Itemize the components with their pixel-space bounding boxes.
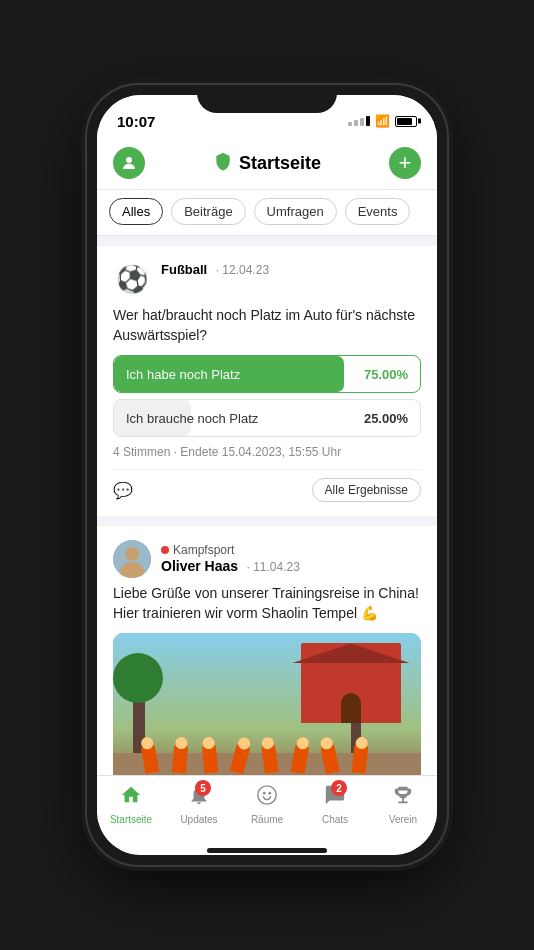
temple-building xyxy=(301,643,401,723)
svg-point-2 xyxy=(125,547,139,561)
author-group-name: Kampfsport xyxy=(173,543,234,557)
header-title-wrap: Startseite xyxy=(213,151,321,176)
home-indicator xyxy=(97,843,437,855)
content-feed: ⚽ Fußball · 12.04.23 Wer hat/braucht noc… xyxy=(97,236,437,775)
filter-tabs: Alles Beiträge Umfragen Events xyxy=(97,190,437,236)
status-icons: 📶 xyxy=(348,114,417,128)
svg-point-6 xyxy=(268,792,271,795)
post-author-row: Kampfsport Oliver Haas · 11.04.23 xyxy=(113,540,421,578)
author-group-row: Kampfsport xyxy=(161,543,421,557)
post-poll: ⚽ Fußball · 12.04.23 Wer hat/braucht noc… xyxy=(97,246,437,516)
nav-startseite-label: Startseite xyxy=(110,814,152,825)
poll-option-2-percent: 25.00% xyxy=(364,411,420,426)
battery-icon xyxy=(395,116,417,127)
nav-updates-label: Updates xyxy=(180,814,217,825)
author-avatar xyxy=(113,540,151,578)
svg-point-4 xyxy=(258,786,276,804)
monk-2 xyxy=(172,745,188,774)
nav-raeume[interactable]: Räume xyxy=(233,776,301,833)
poll-footer: 4 Stimmen · Endete 15.04.2023, 15:55 Uhr xyxy=(113,445,421,459)
post-group: Fußball xyxy=(161,262,207,277)
poll-stats: 4 Stimmen · Endete 15.04.2023, 15:55 Uhr xyxy=(113,445,341,459)
monk-3 xyxy=(202,745,218,774)
temple-scene xyxy=(113,633,421,775)
nav-updates[interactable]: 5 Updates xyxy=(165,776,233,833)
post-text-2: Liebe Grüße von unserer Trainingsreise i… xyxy=(113,584,421,623)
poll-option-1[interactable]: Ich habe noch Platz 75.00% xyxy=(113,355,421,393)
home-icon xyxy=(120,784,142,812)
post-image xyxy=(113,633,421,775)
add-button[interactable]: + xyxy=(389,147,421,179)
post-date: · 12.04.23 xyxy=(216,263,269,277)
comment-icon: 💬 xyxy=(113,481,133,500)
nav-startseite[interactable]: Startseite xyxy=(97,776,165,833)
comment-button[interactable]: 💬 xyxy=(113,478,133,502)
updates-badge: 5 xyxy=(195,780,211,796)
poll-option-2[interactable]: Ich brauche noch Platz 25.00% xyxy=(113,399,421,437)
author-avatar-img xyxy=(113,540,151,578)
author-name-row: Oliver Haas · 11.04.23 xyxy=(161,557,421,575)
post-avatar-soccer: ⚽ xyxy=(113,260,151,298)
svg-point-5 xyxy=(263,792,266,795)
post-training: Kampfsport Oliver Haas · 11.04.23 Liebe … xyxy=(97,526,437,775)
shield-icon xyxy=(213,151,233,176)
trophy-icon xyxy=(392,784,414,812)
nav-verein-label: Verein xyxy=(389,814,417,825)
tab-beitraege[interactable]: Beiträge xyxy=(171,198,245,225)
monk-5 xyxy=(261,745,279,775)
post-meta: Fußball · 12.04.23 xyxy=(161,260,421,278)
tab-events[interactable]: Events xyxy=(345,198,411,225)
poll-option-1-percent: 75.00% xyxy=(364,367,420,382)
status-time: 10:07 xyxy=(117,113,155,130)
nav-chats[interactable]: 2 Chats xyxy=(301,776,369,833)
monk-8 xyxy=(352,745,369,774)
page-title: Startseite xyxy=(239,153,321,174)
tab-umfragen[interactable]: Umfragen xyxy=(254,198,337,225)
author-info: Kampfsport Oliver Haas · 11.04.23 xyxy=(161,543,421,575)
nav-raeume-label: Räume xyxy=(251,814,283,825)
tab-alles[interactable]: Alles xyxy=(109,198,163,225)
results-button[interactable]: Alle Ergebnisse xyxy=(312,478,421,502)
chats-badge: 2 xyxy=(331,780,347,796)
user-avatar[interactable] xyxy=(113,147,145,179)
poll-option-1-label: Ich habe noch Platz xyxy=(114,367,364,382)
smiley-icon xyxy=(256,784,278,812)
wifi-icon: 📶 xyxy=(375,114,390,128)
post-header: ⚽ Fußball · 12.04.23 xyxy=(113,260,421,298)
app-header: Startseite + xyxy=(97,139,437,190)
poll-option-2-label: Ich brauche noch Platz xyxy=(114,411,364,426)
signal-icon xyxy=(348,116,370,126)
group-dot xyxy=(161,546,169,554)
nav-chats-label: Chats xyxy=(322,814,348,825)
svg-point-0 xyxy=(126,157,132,163)
post-actions-1: 💬 Alle Ergebnisse xyxy=(113,469,421,502)
bottom-nav: Startseite 5 Updates Räume 2 Ch xyxy=(97,775,437,843)
post-text: Wer hat/braucht noch Platz im Auto für's… xyxy=(113,306,421,345)
nav-verein[interactable]: Verein xyxy=(369,776,437,833)
author-date: · 11.04.23 xyxy=(247,560,300,574)
author-name: Oliver Haas xyxy=(161,558,238,574)
